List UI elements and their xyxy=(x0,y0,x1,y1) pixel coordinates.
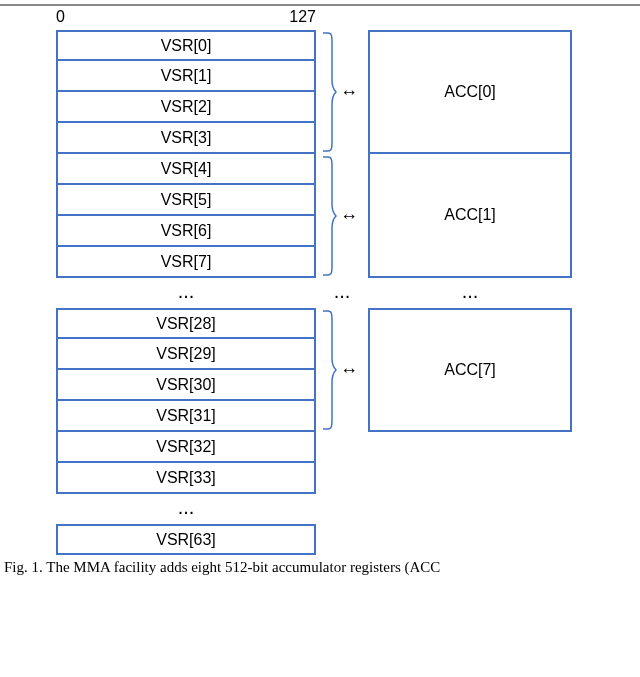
vsr-column: VSR[0] VSR[1] VSR[2] VSR[3] VSR[4] VSR[5… xyxy=(56,30,316,555)
vsr-register: VSR[31] xyxy=(56,401,316,432)
vsr-label: VSR[5] xyxy=(161,191,212,209)
vsr-register: VSR[6] xyxy=(56,216,316,247)
vsr-label: VSR[33] xyxy=(156,469,216,487)
acc-column: ACC[0] ACC[1] ... ACC[7] xyxy=(368,30,572,432)
double-arrow-icon: ↔ xyxy=(336,206,362,227)
vsr-label: VSR[1] xyxy=(161,67,212,85)
bracket-arrow-block: ↔ xyxy=(322,308,362,432)
page: 0 127 VSR[0] VSR[1] VSR[2] VSR[3] VSR[4]… xyxy=(0,0,640,576)
right-bracket-icon xyxy=(322,30,336,154)
vsr-register: VSR[5] xyxy=(56,185,316,216)
vsr-register: VSR[2] xyxy=(56,92,316,123)
acc-label: ACC[0] xyxy=(444,83,496,101)
bracket-arrow-block: ↔ xyxy=(322,154,362,278)
vsr-label: VSR[32] xyxy=(156,438,216,456)
bit-range-end: 127 xyxy=(289,8,316,26)
vsr-register: VSR[32] xyxy=(56,432,316,463)
bracket-arrow-block: ↔ xyxy=(322,30,362,154)
vsr-register: VSR[28] xyxy=(56,308,316,339)
vsr-register: VSR[63] xyxy=(56,524,316,555)
vsr-label: VSR[6] xyxy=(161,222,212,240)
vsr-label: VSR[0] xyxy=(161,37,212,55)
figure: 0 127 VSR[0] VSR[1] VSR[2] VSR[3] VSR[4]… xyxy=(0,8,640,555)
ellipsis: ... xyxy=(56,278,316,308)
bit-range-start: 0 xyxy=(56,8,65,26)
right-bracket-icon xyxy=(322,308,336,432)
vsr-register: VSR[7] xyxy=(56,247,316,278)
vsr-register: VSR[3] xyxy=(56,123,316,154)
ellipsis: ... xyxy=(368,278,572,308)
vsr-register: VSR[0] xyxy=(56,30,316,61)
ellipsis: ... xyxy=(316,278,368,308)
vsr-label: VSR[31] xyxy=(156,407,216,425)
acc-register: ACC[1] xyxy=(368,154,572,278)
acc-register: ACC[0] xyxy=(368,30,572,154)
vsr-register: VSR[33] xyxy=(56,463,316,494)
ellipsis: ... xyxy=(56,494,316,524)
vsr-label: VSR[3] xyxy=(161,129,212,147)
columns: VSR[0] VSR[1] VSR[2] VSR[3] VSR[4] VSR[5… xyxy=(56,30,640,555)
vsr-label: VSR[4] xyxy=(161,160,212,178)
vsr-label: VSR[2] xyxy=(161,98,212,116)
vsr-register: VSR[1] xyxy=(56,61,316,92)
vsr-register: VSR[4] xyxy=(56,154,316,185)
vsr-label: VSR[63] xyxy=(156,531,216,549)
acc-register: ACC[7] xyxy=(368,308,572,432)
acc-label: ACC[7] xyxy=(444,361,496,379)
double-arrow-icon: ↔ xyxy=(336,360,362,381)
figure-caption: Fig. 1. The MMA facility adds eight 512-… xyxy=(0,555,640,576)
bracket-column: ↔ ↔ ... ↔ xyxy=(316,30,368,432)
vsr-label: VSR[28] xyxy=(156,315,216,333)
vsr-label: VSR[30] xyxy=(156,376,216,394)
right-bracket-icon xyxy=(322,154,336,278)
top-divider xyxy=(0,4,640,6)
bit-labels: 0 127 xyxy=(56,8,316,30)
vsr-register: VSR[29] xyxy=(56,339,316,370)
vsr-register: VSR[30] xyxy=(56,370,316,401)
vsr-label: VSR[29] xyxy=(156,345,216,363)
acc-label: ACC[1] xyxy=(444,206,496,224)
double-arrow-icon: ↔ xyxy=(336,82,362,103)
vsr-label: VSR[7] xyxy=(161,253,212,271)
